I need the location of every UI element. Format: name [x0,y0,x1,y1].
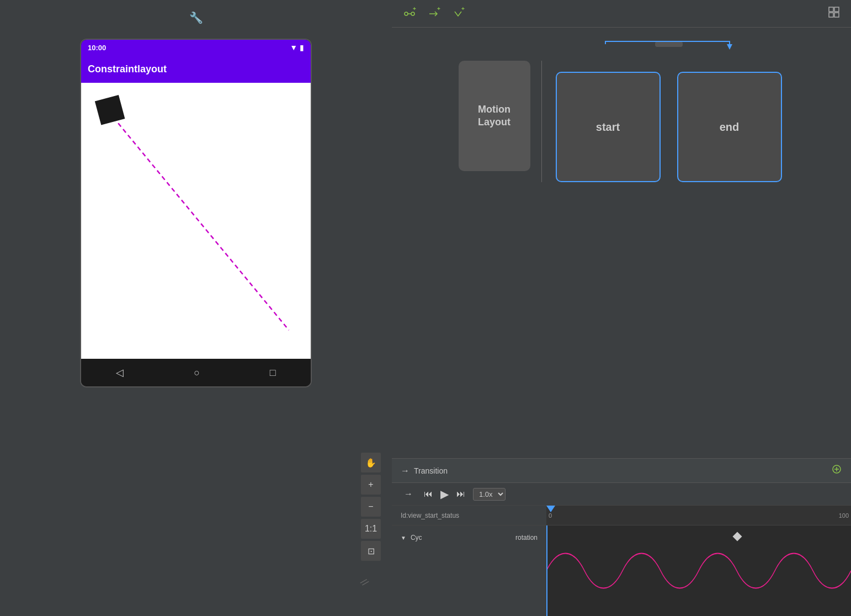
add-connection-icon: + [403,7,416,20]
zoom-in-btn[interactable]: + [361,475,381,495]
home-btn: ○ [194,367,200,379]
motion-object [95,95,125,125]
timeline-id-row: Id:view_start_status [392,506,546,525]
ruler-0: 0 [549,512,552,519]
timeline-chart: 0 100 [546,506,851,616]
motion-path-line [109,111,289,330]
motion-path-svg [81,83,311,359]
add-state-icon: + [451,7,465,20]
svg-text:+: + [413,7,416,12]
add-keyframe-icon [831,464,842,475]
playhead[interactable] [546,506,555,512]
right-toolbar: + + + [392,0,851,28]
back-btn: ◁ [116,367,124,379]
main-layout: 🔧 10:00 ▼ ▮ Constraintlayout [0,0,851,616]
wifi-icon: ▼ [290,43,297,52]
next-frame-btn[interactable]: ⏭ [453,488,469,500]
timeline-cyc-row: ▼ Cyc rotation [392,525,546,550]
vertical-divider [541,61,542,182]
zoom-out-btn[interactable]: − [361,497,381,517]
svg-rect-7 [829,7,833,12]
id-label: Id:view_start_status [401,512,459,519]
transition-header: → Transition [392,459,851,483]
add-transition-icon: + [427,7,440,20]
cyc-label: Cyc [411,534,422,541]
waveform-svg [546,525,851,616]
arrow-head [727,44,732,50]
end-node[interactable]: end [677,72,782,182]
svg-rect-8 [834,7,839,12]
ruler-100: 100 [839,512,849,519]
status-bar: 10:00 ▼ ▮ [81,40,311,55]
svg-rect-10 [834,13,839,17]
transition-controls: → ⏮ ▶ ⏭ 1.0x 0.5x 2.0x [392,483,851,506]
motion-graph-area: MotionLayout start [392,28,851,458]
zoom-tools: ✋ + − 1:1 ⊡ [361,453,381,561]
start-node[interactable]: start [556,72,661,182]
svg-rect-9 [829,13,833,17]
sine-wave-path [546,554,851,588]
battery-icon: ▮ [300,43,304,52]
zoom-frame-btn[interactable]: ⊡ [361,541,381,561]
playhead-line [546,525,547,616]
transition-title: Transition [414,466,448,475]
status-time: 10:00 [88,44,106,52]
arrow-bar [655,41,683,47]
waveform-area [546,525,851,616]
rotation-label: rotation [515,534,538,541]
svg-text:+: + [437,7,440,12]
nodes-wrapper: start end [553,39,785,182]
left-panel: 🔧 10:00 ▼ ▮ Constraintlayout [0,0,392,616]
status-icons: ▼ ▮ [290,43,304,52]
start-node-label: start [596,121,620,134]
zoom-fit-btn[interactable]: 1:1 [361,519,381,539]
svg-text:+: + [461,7,465,12]
playhead-triangle [546,506,555,512]
device-frame: 10:00 ▼ ▮ Constraintlayout [80,39,312,387]
cyc-expand-icon[interactable]: ▼ [401,535,406,541]
recents-btn: □ [270,367,276,379]
transition-arrow-icon: → [401,466,409,476]
end-node-label: end [720,121,740,134]
device-toolbar: Constraintlayout [81,55,311,83]
svg-point-0 [405,12,408,15]
add-transition-btn[interactable]: + [425,5,443,23]
hand-tool-btn[interactable]: ✋ [361,453,381,472]
svg-point-2 [411,12,414,15]
add-state-btn[interactable]: + [449,5,467,23]
expand-icon [828,6,840,18]
add-keyframe-btn[interactable] [831,464,842,477]
speed-selector[interactable]: 1.0x 0.5x 2.0x [473,488,506,501]
app-title: Constraintlayout [88,63,167,75]
device-content [81,83,311,359]
device-nav-bar: ◁ ○ □ [81,359,311,386]
expand-btn[interactable] [826,4,842,23]
motion-layout-block[interactable]: MotionLayout [459,61,530,171]
right-panel: + + + [392,0,851,616]
wrench-icon: 🔧 [189,11,203,24]
timeline-ruler: 0 100 [546,506,851,525]
play-btn[interactable]: ▶ [440,487,449,501]
nodes-row: start end [556,72,782,182]
resize-handle: // [358,577,370,589]
prev-frame-btn[interactable]: ⏮ [421,488,436,500]
timeline-labels: Id:view_start_status ▼ Cyc rotation [392,506,546,616]
motion-layout-label: MotionLayout [478,103,510,129]
add-connection-btn[interactable]: + [401,5,418,23]
goto-start-btn[interactable]: → [401,488,416,500]
timeline-area: Id:view_start_status ▼ Cyc rotation 0 10… [392,506,851,616]
transition-section: → Transition → ⏮ ▶ ⏭ 1.0x 0.5x [392,458,851,616]
transition-arrow-svg [553,39,785,72]
